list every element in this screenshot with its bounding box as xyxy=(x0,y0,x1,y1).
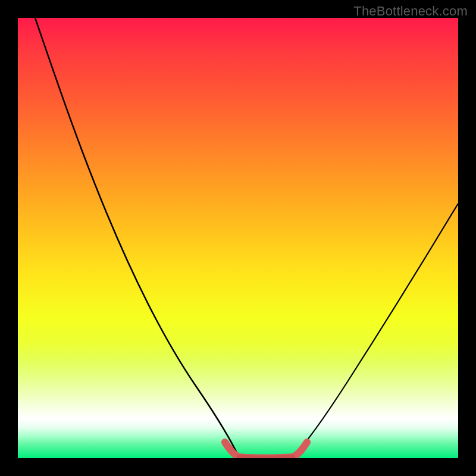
right-branch-curve xyxy=(293,203,458,457)
left-branch-curve xyxy=(35,18,239,457)
valley-floor-curve xyxy=(239,457,293,458)
watermark-text: TheBottleneck.com xyxy=(353,4,468,19)
chart-frame: TheBottleneck.com xyxy=(0,0,476,476)
curve-layer xyxy=(18,18,458,458)
plot-area xyxy=(18,18,458,458)
